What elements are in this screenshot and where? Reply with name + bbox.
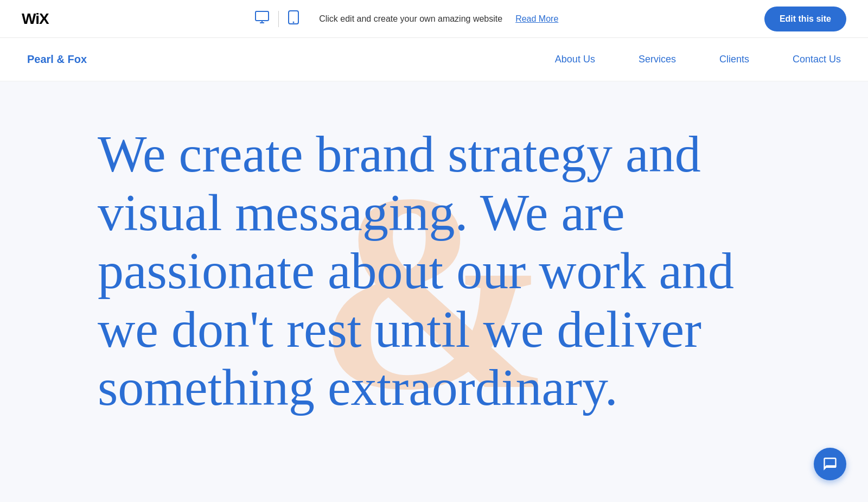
device-divider [278, 11, 279, 27]
topbar-message: Click edit and create your own amazing w… [319, 14, 502, 24]
svg-rect-0 [256, 11, 269, 21]
hero-heading: We create brand strategy and visual mess… [98, 125, 803, 417]
wix-logo: WiX [22, 10, 49, 28]
edit-site-button[interactable]: Edit this site [764, 7, 846, 31]
nav-links: About Us Services Clients Contact Us [555, 54, 841, 65]
nav-link-about-us[interactable]: About Us [555, 54, 595, 65]
top-bar-center: Click edit and create your own amazing w… [254, 10, 558, 28]
mobile-view-icon[interactable] [288, 10, 299, 28]
site-logo[interactable]: Pearl & Fox [27, 53, 87, 66]
desktop-view-icon[interactable] [254, 10, 270, 28]
hero-section: & We create brand strategy and visual me… [0, 81, 868, 502]
chat-icon [822, 456, 838, 472]
nav-link-services[interactable]: Services [639, 54, 676, 65]
nav-link-clients[interactable]: Clients [719, 54, 749, 65]
nav-link-contact-us[interactable]: Contact Us [793, 54, 841, 65]
top-bar: WiX Click edit and create your own amazi… [0, 0, 868, 38]
svg-point-4 [293, 21, 295, 23]
top-bar-right: Edit this site [764, 7, 846, 31]
chat-button[interactable] [814, 448, 846, 480]
top-bar-left: WiX [22, 10, 49, 28]
read-more-link[interactable]: Read More [515, 14, 558, 24]
nav-bar: Pearl & Fox About Us Services Clients Co… [0, 38, 868, 81]
